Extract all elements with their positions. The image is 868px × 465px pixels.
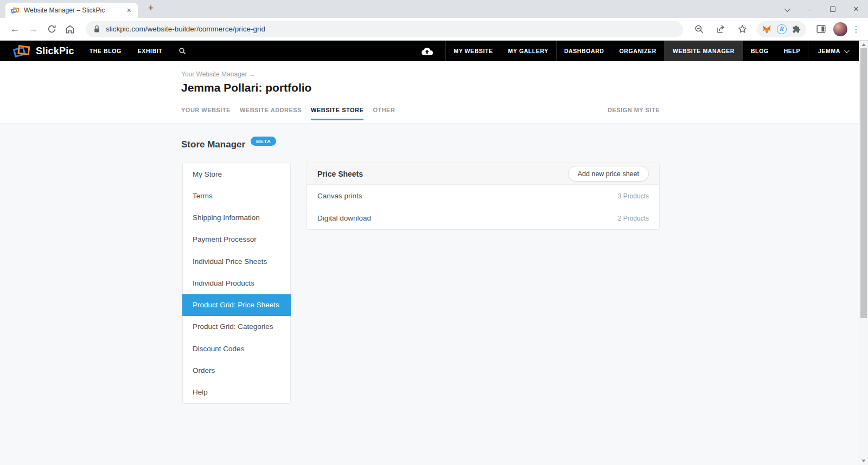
page-scrollbar[interactable] [859, 41, 868, 465]
sidebar-item-individual-products[interactable]: Individual Products [183, 272, 290, 294]
page-tabs: YOUR WEBSITE WEBSITE ADDRESS WEBSITE STO… [181, 107, 660, 120]
url-text: slickpic.com/website-builder/commerce/pr… [106, 25, 265, 33]
search-icon[interactable] [178, 47, 186, 55]
extensions-pill: R [757, 21, 806, 37]
new-tab-icon[interactable]: + [144, 2, 157, 15]
browser-menu-icon[interactable]: ⋮ [851, 24, 861, 34]
puzzle-extension-icon[interactable] [792, 24, 801, 34]
window-maximize-icon[interactable] [830, 4, 835, 14]
sidebar-item-payment-processor[interactable]: Payment Processor [183, 229, 290, 250]
sidebar-item-terms[interactable]: Terms [183, 185, 290, 206]
active-tab-underline [311, 119, 363, 120]
beta-badge: BETA [251, 137, 276, 146]
nav-item-blog[interactable]: BLOG [743, 41, 776, 61]
tab-other[interactable]: OTHER [373, 107, 395, 120]
user-menu[interactable]: JEMMA [808, 48, 859, 54]
bookmark-star-icon[interactable] [733, 20, 751, 38]
sidebar-item-product-grid-price-sheets[interactable]: Product Grid: Price Sheets [182, 294, 291, 316]
tab-your-website[interactable]: YOUR WEBSITE [181, 107, 231, 120]
panel-title: Price Sheets [317, 170, 363, 178]
page-header: Your Website Manager → Jemma Pollari: po… [0, 61, 859, 124]
tab-website-store[interactable]: WEBSITE STORE [311, 107, 363, 120]
nav-item-help[interactable]: HELP [776, 41, 808, 61]
url-bar[interactable]: slickpic.com/website-builder/commerce/pr… [86, 21, 683, 37]
side-panel-icon[interactable] [812, 20, 830, 38]
share-icon[interactable] [711, 20, 730, 38]
price-sheet-row[interactable]: Canvas prints 3 Products [307, 185, 659, 207]
sidebar-item-individual-price-sheets[interactable]: Individual Price Sheets [183, 250, 290, 272]
favicon-slickpic-icon [11, 7, 20, 14]
forward-icon[interactable]: → [24, 20, 42, 38]
add-new-price-sheet-button[interactable]: Add new price sheet [568, 166, 649, 182]
nav-item-exhibit[interactable]: EXHIBIT [138, 48, 163, 54]
scrollbar-thumb[interactable] [860, 48, 867, 318]
lock-icon [93, 25, 100, 33]
nav-item-my-gallery[interactable]: MY GALLERY [501, 41, 556, 61]
slickpic-logo-icon [13, 44, 31, 58]
browser-titlebar: Website Manager – SlickPic × + – × [0, 0, 868, 18]
store-manager-content: Store Manager BETA My Store Terms Shippi… [0, 124, 859, 465]
nav-item-dashboard[interactable]: DASHBOARD [557, 41, 612, 61]
browser-tab[interactable]: Website Manager – SlickPic × [5, 3, 138, 18]
metamask-fox-icon[interactable] [762, 24, 772, 34]
browser-toolbar: ← → slickpic.com/website-builder/commerc… [0, 18, 868, 41]
home-icon[interactable] [61, 20, 79, 38]
slickpic-logo[interactable]: SlickPic [13, 44, 74, 58]
price-sheets-panel: Price Sheets Add new price sheet Canvas … [307, 163, 660, 230]
tab-title: Website Manager – SlickPic [24, 7, 125, 14]
slickpic-navbar: SlickPic THE BLOG EXHIBIT MY WEBSITE MY … [0, 41, 859, 61]
price-sheet-name: Digital download [317, 214, 371, 222]
section-title: Store Manager [181, 139, 245, 150]
cloud-upload-icon[interactable] [420, 46, 433, 56]
sidebar-item-shipping-information[interactable]: Shipping Information [183, 207, 290, 229]
window-minimize-icon[interactable]: – [805, 5, 814, 14]
price-sheet-count: 2 Products [618, 215, 649, 222]
tab-close-icon[interactable]: × [125, 6, 133, 15]
store-sidebar: My Store Terms Shipping Information Paym… [182, 163, 291, 404]
price-sheet-row[interactable]: Digital download 2 Products [307, 207, 659, 229]
breadcrumb[interactable]: Your Website Manager → [181, 70, 256, 78]
user-name: JEMMA [818, 48, 840, 54]
nav-item-website-manager[interactable]: WEBSITE MANAGER [664, 41, 743, 61]
price-sheet-count: 3 Products [618, 192, 649, 200]
page-title: Jemma Pollari: portfolio [181, 81, 311, 94]
tab-search-chevron-icon[interactable] [784, 4, 789, 14]
scrollbar-down-icon[interactable] [859, 457, 868, 465]
sidebar-item-product-grid-categories[interactable]: Product Grid: Categories [183, 316, 290, 338]
tab-website-address[interactable]: WEBSITE ADDRESS [240, 107, 302, 120]
reload-icon[interactable] [42, 20, 61, 38]
brand-name: SlickPic [36, 46, 74, 57]
window-close-icon[interactable]: × [852, 4, 860, 15]
page-viewport: SlickPic THE BLOG EXHIBIT MY WEBSITE MY … [0, 41, 859, 465]
nav-item-the-blog[interactable]: THE BLOG [90, 48, 122, 54]
zoom-out-icon[interactable] [690, 20, 708, 38]
nav-item-my-website[interactable]: MY WEBSITE [446, 41, 500, 61]
sidebar-item-help[interactable]: Help [183, 382, 290, 403]
nav-item-organizer[interactable]: ORGANIZER [612, 41, 664, 61]
sidebar-item-my-store[interactable]: My Store [183, 163, 290, 185]
sidebar-item-orders[interactable]: Orders [183, 359, 290, 381]
panel-header: Price Sheets Add new price sheet [307, 163, 659, 185]
price-sheet-name: Canvas prints [317, 192, 362, 200]
r-extension-icon[interactable]: R [777, 24, 787, 34]
chevron-down-icon [844, 48, 850, 53]
sidebar-item-discount-codes[interactable]: Discount Codes [183, 338, 290, 359]
back-icon[interactable]: ← [5, 20, 24, 38]
design-my-site-link[interactable]: DESIGN MY SITE [608, 107, 660, 113]
profile-avatar[interactable] [833, 22, 847, 36]
